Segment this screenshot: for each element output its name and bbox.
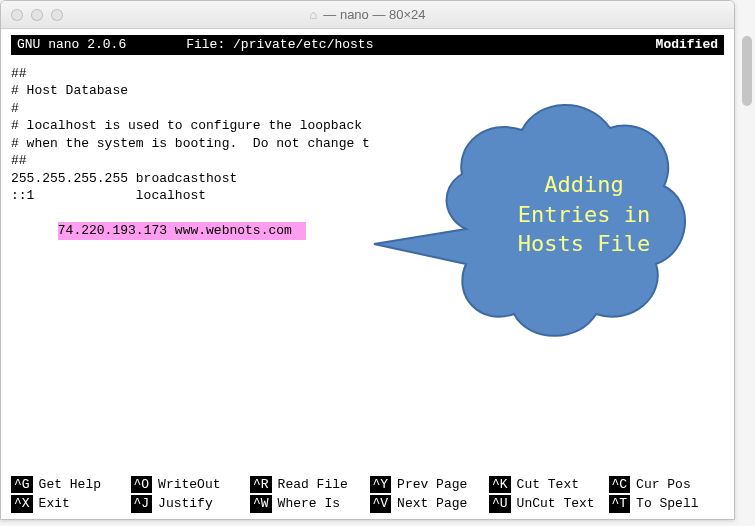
- shortcut-cur-pos[interactable]: ^CCur Pos: [609, 476, 725, 494]
- window-title-text: — nano — 80×24: [323, 7, 425, 22]
- titlebar: ⌂ — nano — 80×24: [1, 1, 734, 29]
- shortcut-label: Prev Page: [397, 476, 467, 494]
- file-line: ##: [11, 152, 724, 170]
- shortcut-exit[interactable]: ^XExit: [11, 495, 127, 513]
- shortcut-label: Exit: [39, 495, 70, 513]
- shortcut-get-help[interactable]: ^GGet Help: [11, 476, 127, 494]
- file-line: 255.255.255.255 broadcasthost: [11, 170, 724, 188]
- home-icon: ⌂: [309, 7, 317, 22]
- shortcut-where-is[interactable]: ^WWhere Is: [250, 495, 366, 513]
- shortcut-cut-text[interactable]: ^KCut Text: [489, 476, 605, 494]
- highlighted-entry: 74.220.193.173 www.webnots.com: [58, 222, 306, 240]
- nano-file-label: File: /private/etc/hosts: [186, 36, 655, 54]
- keycap: ^C: [609, 476, 631, 494]
- keycap: ^V: [370, 495, 392, 513]
- terminal-window: ⌂ — nano — 80×24 GNU nano 2.0.6 File: /p…: [0, 0, 735, 520]
- shortcut-next-page[interactable]: ^VNext Page: [370, 495, 486, 513]
- shortcut-label: Cur Pos: [636, 476, 691, 494]
- minimize-icon[interactable]: [31, 9, 43, 21]
- keycap: ^O: [131, 476, 153, 494]
- keycap: ^T: [609, 495, 631, 513]
- shortcut-label: Cut Text: [517, 476, 579, 494]
- file-line: #: [11, 100, 724, 118]
- shortcut-label: Justify: [158, 495, 213, 513]
- shortcut-justify[interactable]: ^JJustify: [131, 495, 247, 513]
- shortcut-read-file[interactable]: ^RRead File: [250, 476, 366, 494]
- keycap: ^Y: [370, 476, 392, 494]
- keycap: ^K: [489, 476, 511, 494]
- shortcut-uncut-text[interactable]: ^UUnCut Text: [489, 495, 605, 513]
- shortcut-label: Get Help: [39, 476, 101, 494]
- scrollbar-thumb[interactable]: [742, 36, 752, 106]
- nano-status: Modified: [656, 36, 718, 54]
- file-line-highlight: 74.220.193.173 www.webnots.com: [11, 205, 724, 258]
- keycap: ^J: [131, 495, 153, 513]
- nano-header: GNU nano 2.0.6 File: /private/etc/hosts …: [11, 35, 724, 55]
- file-line: # when the system is booting. Do not cha…: [11, 135, 724, 153]
- nano-shortcut-bar: ^GGet Help ^OWriteOut ^RRead File ^YPrev…: [11, 474, 724, 513]
- terminal-body[interactable]: GNU nano 2.0.6 File: /private/etc/hosts …: [1, 29, 734, 519]
- keycap: ^U: [489, 495, 511, 513]
- keycap: ^R: [250, 476, 272, 494]
- keycap: ^G: [11, 476, 33, 494]
- file-line: ::1 localhost: [11, 187, 724, 205]
- window-controls: [11, 9, 63, 21]
- close-icon[interactable]: [11, 9, 23, 21]
- shortcut-label: Read File: [278, 476, 348, 494]
- shortcut-label: Where Is: [278, 495, 340, 513]
- shortcut-writeout[interactable]: ^OWriteOut: [131, 476, 247, 494]
- file-line: # Host Database: [11, 82, 724, 100]
- keycap: ^W: [250, 495, 272, 513]
- shortcut-label: UnCut Text: [517, 495, 595, 513]
- shortcut-row: ^XExit ^JJustify ^WWhere Is ^VNext Page …: [11, 495, 724, 513]
- shortcut-label: WriteOut: [158, 476, 220, 494]
- shortcut-label: Next Page: [397, 495, 467, 513]
- keycap: ^X: [11, 495, 33, 513]
- shortcut-label: To Spell: [636, 495, 698, 513]
- zoom-icon[interactable]: [51, 9, 63, 21]
- shortcut-row: ^GGet Help ^OWriteOut ^RRead File ^YPrev…: [11, 476, 724, 494]
- shortcut-prev-page[interactable]: ^YPrev Page: [370, 476, 486, 494]
- nano-version: GNU nano 2.0.6: [17, 36, 186, 54]
- file-line: # localhost is used to configure the loo…: [11, 117, 724, 135]
- window-title: ⌂ — nano — 80×24: [309, 7, 425, 22]
- file-line: ##: [11, 65, 724, 83]
- shortcut-to-spell[interactable]: ^TTo Spell: [609, 495, 725, 513]
